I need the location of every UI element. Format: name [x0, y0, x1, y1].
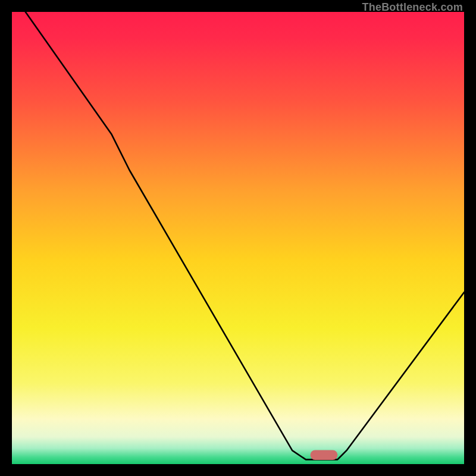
chart-canvas [12, 12, 464, 464]
optimal-marker [311, 450, 338, 460]
watermark-text: TheBottleneck.com [362, 1, 463, 14]
plot-background [12, 12, 464, 464]
